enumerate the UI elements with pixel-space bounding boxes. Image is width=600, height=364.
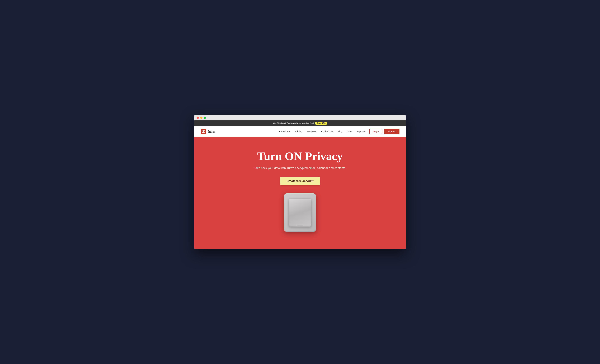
nav-item-blog[interactable]: Blog xyxy=(338,130,342,133)
products-arrow-icon: ▶ xyxy=(279,130,280,132)
support-label: Support xyxy=(356,130,365,133)
nav-links: ▶ Products Pricing Business ▶ Why Tuta B… xyxy=(279,130,365,133)
nav-item-why-tuta[interactable]: ▶ Why Tuta xyxy=(321,130,333,133)
traffic-light-close[interactable] xyxy=(197,117,199,119)
hero-section: Turn ON Privacy Take back your data with… xyxy=(194,137,406,249)
nav-item-pricing[interactable]: Pricing xyxy=(295,130,302,133)
blog-label: Blog xyxy=(338,130,342,133)
navbar: tuta ▶ Products Pricing Business ▶ Why T… xyxy=(194,126,406,137)
promo-banner: Get The Black Friday & Cyber Monday Deal… xyxy=(194,120,406,126)
save-badge: Save 62% xyxy=(315,122,327,125)
traffic-light-fullscreen[interactable] xyxy=(204,117,206,119)
business-label: Business xyxy=(307,130,317,133)
nav-item-jobs[interactable]: Jobs xyxy=(347,130,352,133)
logo-area[interactable]: tuta xyxy=(201,129,215,134)
browser-controls xyxy=(197,117,403,119)
light-switch-outer xyxy=(284,193,316,232)
nav-item-support[interactable]: Support xyxy=(356,130,365,133)
logo-icon xyxy=(201,129,206,134)
hero-subtitle: Take back your data with Tuta's encrypte… xyxy=(254,166,346,170)
light-switch-illustration xyxy=(284,193,316,232)
create-free-account-button[interactable]: Create free account xyxy=(280,177,320,185)
browser-chrome xyxy=(194,115,406,120)
nav-item-business[interactable]: Business xyxy=(307,130,317,133)
why-tuta-arrow-icon: ▶ xyxy=(321,130,322,132)
hero-title: Turn ON Privacy xyxy=(257,150,343,163)
why-tuta-label: Why Tuta xyxy=(323,130,333,133)
logo-text: tuta xyxy=(208,129,215,134)
banner-link[interactable]: Get The Black Friday & Cyber Monday Deal xyxy=(273,122,314,124)
products-label: Products xyxy=(281,130,290,133)
jobs-label: Jobs xyxy=(347,130,352,133)
nav-buttons: Login Sign up xyxy=(369,129,399,134)
signup-button[interactable]: Sign up xyxy=(384,129,399,134)
login-button[interactable]: Login xyxy=(369,129,382,134)
browser-window: Get The Black Friday & Cyber Monday Deal… xyxy=(194,115,406,249)
nav-item-products[interactable]: ▶ Products xyxy=(279,130,290,133)
pricing-label: Pricing xyxy=(295,130,302,133)
traffic-light-minimize[interactable] xyxy=(200,117,202,119)
switch-button xyxy=(289,199,311,227)
